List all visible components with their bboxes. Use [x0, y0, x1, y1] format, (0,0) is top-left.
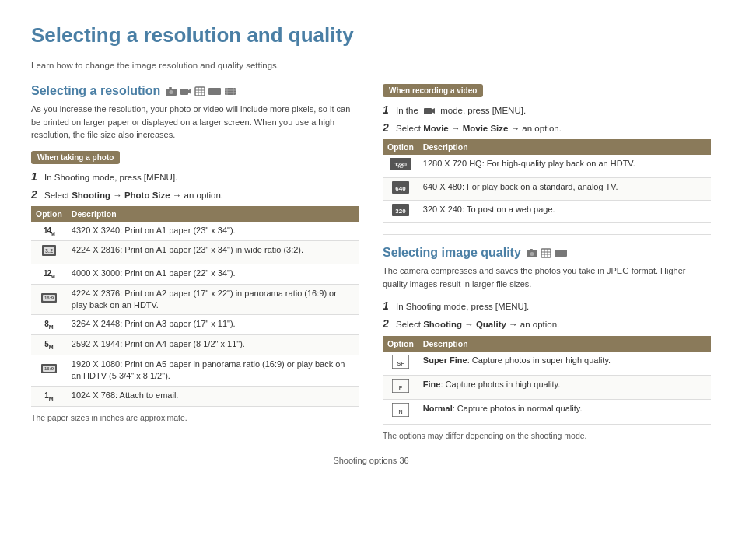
- table-row: SF Super Fine: Capture photos in super h…: [383, 352, 711, 376]
- table-row: F Fine: Capture photos in high quality.: [383, 375, 711, 399]
- svg-rect-3: [180, 89, 188, 95]
- option-icon: 320: [383, 200, 418, 222]
- option-icon: 3:2: [31, 241, 67, 264]
- video-table-header-option: Option: [383, 139, 418, 155]
- quality-step2: 2 Select Shooting → Quality → an option.: [383, 317, 711, 331]
- photo-note: The paper sizes in inches are approximat…: [31, 413, 359, 422]
- movie-icon: [224, 86, 236, 96]
- page-footer: Shooting options 36: [31, 456, 711, 465]
- resolution-section-title: Selecting a resolution: [31, 84, 359, 98]
- quality-section-title: Selecting image quality: [383, 246, 711, 260]
- table-row: 640 640 X 480: For play back on a standa…: [383, 177, 711, 200]
- option-icon: 16:9: [31, 284, 67, 315]
- resolution-description: As you increase the resolution, your pho…: [31, 103, 359, 142]
- option-desc: 4000 X 3000: Print on A1 paper (22" x 34…: [67, 264, 359, 284]
- option-icon: 1280HD: [383, 155, 418, 177]
- video-step1-text: In the mode, press [MENU].: [396, 104, 526, 117]
- video-step1: 1 In the mode, press [MENU].: [383, 103, 711, 117]
- quality-description: The camera compresses and saves the phot…: [383, 264, 711, 290]
- svg-rect-25: [424, 108, 432, 114]
- page-title: Selecting a resolution and quality: [31, 23, 711, 54]
- table-row: 12M 4000 X 3000: Print on A1 paper (22" …: [31, 264, 359, 284]
- video-mode-icon: [423, 106, 436, 116]
- option-icon: 1M: [31, 386, 67, 406]
- quality-table: Option Description SF Super Fine: Captur…: [383, 336, 711, 425]
- option-desc: 4224 X 2816: Print on A1 paper (23" x 34…: [67, 241, 359, 264]
- option-desc: 2592 X 1944: Print on A4 paper (8 1/2" x…: [67, 335, 359, 355]
- option-desc: Normal: Capture photos in normal quality…: [418, 400, 711, 424]
- grid-icon: [194, 86, 205, 96]
- right-column: When recording a video 1 In the mode, pr…: [383, 84, 711, 440]
- svg-text:HD: HD: [397, 164, 404, 169]
- video-step2-text: Select Movie → Movie Size → an option.: [396, 122, 562, 135]
- photo-step1: 1 In Shooting mode, press [MENU].: [31, 170, 359, 184]
- option-desc: 640 X 480: For play back on a standard, …: [418, 177, 711, 200]
- table-row: 5M 2592 X 1944: Print on A4 paper (8 1/2…: [31, 335, 359, 355]
- video-size-table: Option Description 1280HD 1280 X 720 HQ:…: [383, 139, 711, 223]
- photo-step1-text: In Shooting mode, press [MENU].: [44, 171, 177, 184]
- photo-size-table: Option Description 14M 4320 X 3240: Prin…: [31, 206, 359, 407]
- svg-rect-10: [208, 88, 221, 95]
- svg-marker-4: [188, 89, 191, 94]
- svg-rect-2: [169, 87, 172, 89]
- option-icon: 8M: [31, 315, 67, 335]
- svg-rect-11: [225, 88, 236, 95]
- video-table-header-desc: Description: [418, 139, 711, 155]
- photo-step2-text: Select Shooting → Photo Size → an option…: [44, 189, 223, 201]
- quality-step1-text: In Shooting mode, press [MENU].: [396, 300, 529, 313]
- table-row: 14M 4320 X 3240: Print on A1 paper (23" …: [31, 222, 359, 241]
- svg-text:16:9: 16:9: [44, 366, 54, 371]
- svg-text:3:2: 3:2: [45, 248, 53, 254]
- quality-grid-icon: [541, 248, 551, 258]
- option-desc: 1024 X 768: Attach to email.: [67, 386, 359, 406]
- photo-camera-icon: [165, 86, 177, 96]
- option-icon: 16:9: [31, 355, 67, 387]
- option-icon: N: [383, 400, 418, 424]
- photo-label: When taking a photo: [31, 151, 120, 164]
- svg-marker-26: [432, 108, 435, 114]
- option-desc: 4224 X 2376: Print on A2 paper (17" x 22…: [67, 284, 359, 315]
- left-column: Selecting a resolution As you increase t…: [31, 84, 359, 440]
- table-row: 3:2 4224 X 2816: Print on A1 paper (23" …: [31, 241, 359, 264]
- svg-text:16:9: 16:9: [44, 296, 54, 300]
- option-icon: 5M: [31, 335, 67, 355]
- resolution-title-text: Selecting a resolution: [31, 84, 160, 98]
- option-icon: 14M: [31, 222, 67, 241]
- option-desc: 320 X 240: To post on a web page.: [418, 200, 711, 222]
- table-row: 1M 1024 X 768: Attach to email.: [31, 386, 359, 406]
- option-desc: Fine: Capture photos in high quality.: [418, 375, 711, 399]
- quality-icons: [526, 248, 568, 258]
- table-row: 8M 3264 X 2448: Print on A3 paper (17" x…: [31, 315, 359, 335]
- table-row: 16:9 4224 X 2376: Print on A2 paper (17"…: [31, 284, 359, 315]
- svg-rect-36: [530, 249, 533, 250]
- option-desc: 1920 X 1080: Print on A5 paper in panora…: [67, 355, 359, 387]
- option-desc: 1280 X 720 HQ: For high-quality play bac…: [418, 155, 711, 177]
- option-icon: SF: [383, 352, 418, 376]
- svg-text:N: N: [398, 409, 402, 415]
- panorama-icon: [208, 86, 222, 96]
- quality-camera-icon: [526, 248, 538, 258]
- option-icon: 12M: [31, 264, 67, 284]
- svg-text:320: 320: [395, 207, 406, 214]
- camera-icons: [165, 86, 236, 96]
- quality-table-header-option: Option: [383, 336, 418, 352]
- option-icon: F: [383, 375, 418, 399]
- quality-note: The options may differ depending on the …: [383, 431, 711, 440]
- svg-rect-42: [555, 250, 567, 257]
- quality-table-header-desc: Description: [418, 336, 711, 352]
- svg-rect-5: [195, 87, 205, 96]
- svg-text:640: 640: [395, 184, 406, 191]
- table-row: 320 320 X 240: To post on a web page.: [383, 200, 711, 222]
- option-desc: 3264 X 2448: Print on A3 paper (17" x 11…: [67, 315, 359, 335]
- table-row: 16:9 1920 X 1080: Print on A5 paper in p…: [31, 355, 359, 387]
- option-desc: Super Fine: Capture photos in super high…: [418, 352, 711, 376]
- svg-text:F: F: [399, 384, 403, 390]
- video-label: When recording a video: [383, 84, 483, 97]
- photo-step2: 2 Select Shooting → Photo Size → an opti…: [31, 188, 359, 201]
- option-desc: 4320 X 3240: Print on A1 paper (23" x 34…: [67, 222, 359, 241]
- page-subtitle: Learn how to change the image resolution…: [31, 61, 711, 70]
- section-divider: [383, 234, 711, 235]
- video-camera-icon-sm: [180, 86, 192, 96]
- svg-point-35: [530, 252, 534, 256]
- svg-point-1: [170, 90, 173, 94]
